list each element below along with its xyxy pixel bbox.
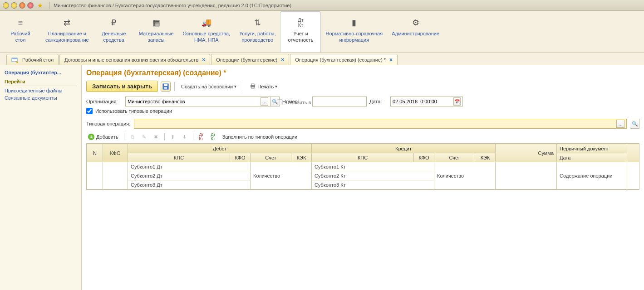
entries-grid[interactable]: N КФО Дебет Кредит Сумма Первичный докум… bbox=[86, 143, 639, 190]
cell-subk2k[interactable]: Субконто2 Кт bbox=[312, 171, 434, 180]
svg-rect-1 bbox=[12, 58, 17, 59]
delete-button[interactable]: ✖ bbox=[152, 132, 161, 141]
col-account-d[interactable]: Счет bbox=[251, 153, 291, 162]
nav-desktop[interactable]: ≡ Рабочийстол bbox=[0, 11, 41, 52]
form-toolbar: Записать и закрыть Создать на основании … bbox=[86, 81, 639, 92]
cell-op-content[interactable]: Содержание операции bbox=[557, 162, 627, 189]
tab-operation-create[interactable]: Операция (бухгалтерская) (создание) * × bbox=[290, 54, 398, 65]
org-label: Организация: bbox=[86, 99, 123, 104]
col-kek-d[interactable]: КЭК bbox=[291, 153, 312, 162]
nav-accounting[interactable]: ДтКт Учет иотчетность bbox=[280, 11, 321, 52]
col-kps-k[interactable]: КПС bbox=[312, 153, 414, 162]
tab-contracts[interactable]: Договоры и иные основания возникновения … bbox=[59, 54, 210, 65]
nav-label: Нормативно-справочнаяинформация bbox=[325, 31, 383, 44]
nav-money[interactable]: ₽ Денежныесредства bbox=[93, 11, 134, 52]
cell-subk3k[interactable]: Субконто3 Кт bbox=[312, 180, 434, 189]
separator bbox=[193, 133, 193, 140]
nav-planning[interactable]: ⇄ Планирование исанкционирование bbox=[41, 11, 93, 52]
tab-label: Договоры и иные основания возникновения … bbox=[64, 57, 198, 63]
chevron-down-icon: ▾ bbox=[234, 84, 236, 89]
floppy-icon bbox=[162, 83, 169, 90]
use-typed-checkbox[interactable] bbox=[86, 108, 93, 114]
nav-label: Планирование исанкционирование bbox=[45, 31, 89, 44]
typed-op-row: Типовая операция: … 🔍 bbox=[86, 119, 639, 129]
button-label: Создать на основании bbox=[181, 84, 233, 89]
date-input[interactable] bbox=[393, 99, 452, 104]
minimize-icon[interactable] bbox=[11, 2, 17, 9]
org-input[interactable] bbox=[128, 99, 260, 104]
nav-assets[interactable]: 🚚 Основные средства,НМА, НПА bbox=[178, 11, 235, 52]
close-tab-icon[interactable]: × bbox=[389, 57, 393, 63]
print-button[interactable]: Печать ▾ bbox=[247, 82, 280, 91]
col-n[interactable]: N bbox=[87, 144, 103, 162]
menu-icon: ≡ bbox=[18, 16, 23, 29]
col-primary-doc[interactable]: Первичный документ bbox=[557, 144, 627, 153]
fill-by-typed-button[interactable]: Заполнить по типовой операции bbox=[221, 133, 300, 140]
dtkt-icon: ДтКт bbox=[298, 16, 304, 29]
move-up-button[interactable]: ⬆ bbox=[168, 132, 177, 141]
sidebar-link-attached[interactable]: Присоединенные файлы bbox=[5, 88, 77, 93]
create-based-on-button[interactable]: Создать на основании ▾ bbox=[178, 82, 239, 91]
nav-label: Рабочийстол bbox=[10, 31, 30, 44]
col-sum[interactable]: Сумма bbox=[496, 144, 557, 162]
write-and-close-button[interactable]: Записать и закрыть bbox=[86, 81, 158, 92]
number-input[interactable] bbox=[315, 99, 364, 104]
cell-subk1d[interactable]: Субконто1 Дт bbox=[128, 162, 251, 171]
cell-subk1k[interactable]: Субконто1 Кт bbox=[312, 162, 434, 171]
dtkt-green-icon[interactable]: ДтКт bbox=[209, 132, 218, 141]
save-button[interactable] bbox=[161, 82, 171, 92]
typed-op-input[interactable] bbox=[136, 121, 616, 127]
favorite-icon[interactable]: ★ bbox=[37, 2, 43, 9]
cell-subk3d[interactable]: Субконто3 Дт bbox=[128, 180, 251, 189]
col-date[interactable]: Дата bbox=[557, 153, 627, 162]
add-row-button[interactable]: + Добавить bbox=[86, 133, 120, 141]
search-icon[interactable]: 🔍 bbox=[630, 119, 639, 129]
nav-materials[interactable]: ▦ Материальныезапасы bbox=[134, 11, 178, 52]
select-button[interactable]: … bbox=[261, 97, 268, 106]
typed-label: Типовая операция: bbox=[86, 121, 130, 126]
cell-qty-d[interactable]: Количество bbox=[251, 162, 312, 189]
table-row[interactable]: Субконто1 Дт Количество Субконто1 Кт Кол… bbox=[87, 162, 640, 171]
date-input-wrap: 📅 bbox=[390, 97, 463, 106]
button-label: Печать bbox=[257, 84, 274, 89]
col-kps-d[interactable]: КПС bbox=[128, 153, 230, 162]
close-tab-icon[interactable]: × bbox=[202, 57, 205, 63]
use-typed-label: Использовать типовые операции bbox=[95, 108, 172, 114]
desktop-icon bbox=[11, 57, 19, 63]
col-account-k[interactable]: Счет bbox=[434, 153, 475, 162]
move-down-button[interactable]: ⬇ bbox=[180, 132, 189, 141]
close-tab-icon[interactable]: × bbox=[281, 57, 284, 63]
nav-services[interactable]: ⇅ Услуги, работы,производство bbox=[235, 11, 280, 52]
svg-rect-7 bbox=[251, 87, 254, 88]
col-kek-k[interactable]: КЭК bbox=[475, 153, 496, 162]
select-button[interactable]: … bbox=[616, 120, 624, 128]
edit-button[interactable]: ✎ bbox=[140, 132, 149, 141]
svg-rect-6 bbox=[251, 84, 254, 85]
svg-rect-3 bbox=[164, 84, 167, 86]
sidebar: Операция (бухгалтер... Перейти Присоедин… bbox=[0, 65, 82, 290]
sidebar-link-related[interactable]: Связанные документы bbox=[5, 95, 77, 101]
col-extra[interactable] bbox=[627, 144, 639, 162]
col-credit[interactable]: Кредит bbox=[312, 144, 496, 153]
date-label: Дата: bbox=[369, 99, 388, 104]
copy-button[interactable]: ⧉ bbox=[128, 132, 137, 141]
nav-admin[interactable]: ⚙ Администрирование bbox=[387, 11, 444, 52]
maximize-icon[interactable] bbox=[19, 2, 25, 9]
reflect-checkbox[interactable] bbox=[277, 99, 283, 105]
col-kfo[interactable]: КФО bbox=[103, 144, 128, 162]
tab-desktop[interactable]: Рабочий стол bbox=[6, 54, 59, 65]
col-kfo-k[interactable]: КФО bbox=[414, 153, 434, 162]
cell-subk2d[interactable]: Субконто2 Дт bbox=[128, 171, 251, 180]
calendar-icon[interactable]: 📅 bbox=[453, 97, 461, 106]
dtkt-red-icon[interactable]: ДтКт bbox=[197, 132, 206, 141]
cell-qty-k[interactable]: Количество bbox=[434, 162, 496, 189]
close-icon[interactable] bbox=[27, 2, 34, 9]
sidebar-title: Операция (бухгалтер... bbox=[5, 70, 77, 75]
separator bbox=[49, 2, 50, 9]
nav-reference[interactable]: ▮ Нормативно-справочнаяинформация bbox=[321, 11, 387, 52]
col-kfo-d[interactable]: КФО bbox=[230, 153, 251, 162]
truck-icon: 🚚 bbox=[202, 16, 211, 29]
boxes-icon: ▦ bbox=[152, 16, 160, 29]
tab-operations-list[interactable]: Операции (бухгалтерские) × bbox=[211, 54, 289, 65]
col-debit[interactable]: Дебет bbox=[128, 144, 312, 153]
